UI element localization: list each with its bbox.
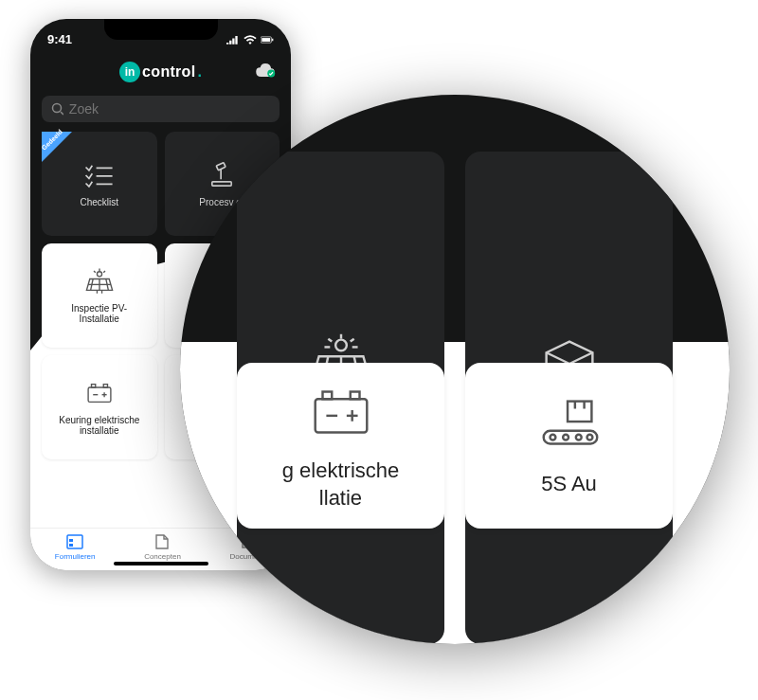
svg-line-14	[94, 271, 96, 273]
cloud-sync-icon	[255, 63, 276, 78]
battery-box-icon	[83, 379, 116, 407]
svg-rect-23	[88, 387, 111, 402]
search-input[interactable]	[69, 101, 270, 117]
svg-rect-11	[212, 181, 231, 185]
tab-concepten[interactable]: Concepten	[144, 534, 181, 561]
checklist-icon	[83, 161, 116, 189]
svg-rect-51	[322, 392, 332, 400]
mag-card-5s[interactable]: 5S Au	[465, 363, 673, 529]
mag-card-label: g elektrische llatie	[282, 458, 400, 512]
battery-icon	[261, 35, 274, 45]
brand-bubble-icon: in	[119, 62, 140, 82]
home-indicator	[114, 562, 208, 565]
forms-icon	[66, 534, 83, 549]
status-time: 9:41	[47, 32, 72, 46]
magnifier-bottom-grid: g elektrische llatie 5S Au	[180, 342, 730, 529]
signal-icon	[226, 35, 240, 45]
svg-rect-25	[103, 385, 107, 387]
brand-text: control	[142, 63, 195, 81]
status-icons	[226, 35, 274, 45]
svg-rect-2	[272, 38, 273, 41]
gavel-icon	[206, 161, 238, 189]
magnifier-view: Inspectie PV- Installatie Voor- en na- o…	[180, 95, 730, 644]
svg-point-62	[575, 435, 581, 440]
svg-point-12	[97, 272, 101, 277]
tab-label: Formulieren	[55, 552, 96, 561]
search-bar[interactable]	[42, 96, 280, 122]
tab-label: Concepten	[144, 552, 181, 561]
brand-logo: in control .	[119, 62, 202, 82]
svg-point-63	[587, 435, 592, 440]
card-label: Keuring elektrische installatie	[49, 415, 150, 436]
card-checklist[interactable]: Gedeeld Checklist	[42, 132, 157, 236]
search-icon	[51, 102, 63, 116]
svg-line-5	[61, 112, 63, 115]
wifi-icon	[244, 35, 257, 45]
svg-rect-9	[216, 162, 226, 170]
svg-rect-52	[350, 392, 359, 400]
svg-rect-24	[91, 385, 95, 387]
svg-line-15	[103, 271, 105, 273]
mag-card-label: 5S Au	[541, 471, 597, 498]
draft-icon	[153, 534, 171, 549]
brand-dot: .	[197, 63, 201, 81]
svg-rect-30	[69, 539, 73, 542]
svg-rect-50	[315, 399, 367, 432]
conveyor-icon	[532, 393, 606, 456]
svg-rect-59	[543, 431, 597, 444]
brand-header: in control .	[30, 48, 291, 92]
card-inspectie-pv[interactable]: Inspectie PV- Installatie	[42, 243, 157, 348]
notch	[104, 19, 218, 40]
svg-point-61	[563, 435, 568, 440]
svg-point-60	[550, 435, 555, 440]
svg-point-4	[53, 104, 62, 113]
battery-box-icon	[304, 380, 378, 442]
solar-panel-icon	[83, 267, 116, 296]
svg-rect-31	[69, 544, 73, 547]
mag-card-keuring[interactable]: g elektrische llatie	[237, 363, 444, 529]
card-label: Inspectie PV- Installatie	[71, 303, 127, 324]
card-label: Checklist	[80, 197, 118, 207]
svg-rect-56	[568, 402, 591, 422]
svg-rect-1	[262, 38, 270, 42]
tab-formulieren[interactable]: Formulieren	[55, 534, 96, 561]
card-keuring[interactable]: Keuring elektrische installatie	[42, 355, 157, 459]
